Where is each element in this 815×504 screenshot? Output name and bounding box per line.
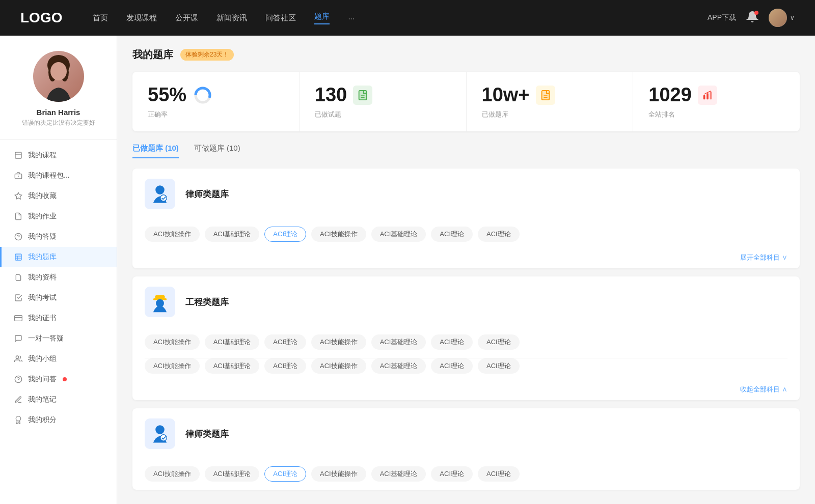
sidebar-item-qa[interactable]: 我的答疑 bbox=[0, 227, 117, 247]
sidebar-item-materials[interactable]: 我的资料 bbox=[0, 267, 117, 288]
lawyer-icon-1 bbox=[145, 179, 175, 209]
svg-rect-28 bbox=[541, 90, 549, 99]
tag-item[interactable]: ACI理论 bbox=[478, 466, 520, 482]
qa-notification-dot bbox=[63, 377, 67, 381]
nav-link-open[interactable]: 公开课 bbox=[175, 13, 198, 23]
tags-row-engineer-2: ACI技能操作 ACI基础理论 ACI理论 ACI技能操作 ACI基础理论 AC… bbox=[132, 358, 800, 382]
note-icon bbox=[14, 395, 23, 404]
sidebar-item-notes[interactable]: 我的笔记 bbox=[0, 389, 117, 410]
tag-item[interactable]: ACI技能操作 bbox=[145, 358, 200, 374]
sidebar-item-group[interactable]: 我的小组 bbox=[0, 349, 117, 369]
tag-item[interactable]: ACI理论 bbox=[478, 334, 520, 350]
tag-item[interactable]: ACI技能操作 bbox=[311, 466, 366, 482]
tags-row-lawyer-1: ACI技能操作 ACI基础理论 ACI理论 ACI技能操作 ACI基础理论 AC… bbox=[132, 227, 800, 250]
tag-item[interactable]: ACI基础理论 bbox=[371, 334, 426, 350]
tag-item[interactable]: ACI理论 bbox=[264, 334, 306, 350]
main-layout: Brian Harris 错误的决定比没有决定要好 我的课程 我的课程包... bbox=[0, 36, 815, 504]
sidebar-item-cert[interactable]: 我的证书 bbox=[0, 308, 117, 328]
user-avatar-wrap[interactable]: ∨ bbox=[769, 9, 795, 27]
svg-point-18 bbox=[16, 356, 18, 358]
avatar bbox=[33, 51, 84, 102]
tag-item[interactable]: ACI理论 bbox=[478, 227, 520, 242]
nav-link-home[interactable]: 首页 bbox=[93, 13, 108, 23]
profile-name: Brian Harris bbox=[37, 108, 80, 117]
notification-bell[interactable] bbox=[746, 11, 758, 25]
stats-row: 55% 正确率 130 bbox=[132, 72, 800, 131]
tab-done[interactable]: 已做题库 (10) bbox=[132, 144, 179, 158]
tag-item[interactable]: ACI技能操作 bbox=[311, 227, 366, 242]
tag-item[interactable]: ACI基础理论 bbox=[371, 466, 426, 482]
svg-marker-9 bbox=[15, 192, 21, 199]
cert-icon bbox=[14, 314, 23, 323]
tag-item[interactable]: ACI理论 bbox=[478, 358, 520, 374]
bank-section-lawyer-1: 律师类题库 ACI技能操作 ACI基础理论 ACI理论 ACI技能操作 ACI基… bbox=[132, 169, 800, 268]
tag-item[interactable]: ACI理论 bbox=[431, 334, 473, 350]
tag-item-active[interactable]: ACI理论 bbox=[264, 227, 306, 242]
nav-link-bank[interactable]: 题库 bbox=[314, 12, 330, 24]
tag-item[interactable]: ACI基础理论 bbox=[205, 358, 260, 374]
tag-item[interactable]: ACI理论 bbox=[431, 466, 473, 482]
svg-rect-33 bbox=[707, 93, 709, 99]
profile-motto: 错误的决定比没有决定要好 bbox=[22, 119, 95, 127]
page-title: 我的题库 bbox=[132, 48, 173, 62]
sidebar-item-points[interactable]: 我的积分 bbox=[0, 410, 117, 430]
sidebar-label-cert: 我的证书 bbox=[28, 314, 57, 323]
stat-done-banks: 10w+ 已做题库 bbox=[467, 72, 634, 131]
sidebar-item-favorites[interactable]: 我的收藏 bbox=[0, 186, 117, 206]
svg-point-36 bbox=[160, 195, 167, 201]
sidebar-item-bank[interactable]: 我的题库 bbox=[0, 247, 117, 267]
homework-icon bbox=[14, 212, 23, 221]
doc-icon bbox=[14, 273, 23, 282]
sidebar-label-myqa: 我的问答 bbox=[28, 375, 57, 384]
bar-red-icon bbox=[698, 86, 717, 105]
nav-link-discover[interactable]: 发现课程 bbox=[126, 13, 157, 23]
notification-dot bbox=[754, 11, 758, 15]
collapse-link-engineer[interactable]: 收起全部科目 ∧ bbox=[132, 382, 800, 400]
sidebar-item-1on1[interactable]: 一对一答疑 bbox=[0, 328, 117, 349]
tag-item[interactable]: ACI基础理论 bbox=[205, 334, 260, 350]
sidebar-label-1on1: 一对一答疑 bbox=[28, 334, 64, 343]
tag-item[interactable]: ACI理论 bbox=[431, 358, 473, 374]
nav-link-qa[interactable]: 问答社区 bbox=[265, 13, 296, 23]
question-icon bbox=[14, 232, 23, 241]
tag-item[interactable]: ACI理论 bbox=[264, 358, 306, 374]
tag-item[interactable]: ACI基础理论 bbox=[205, 227, 260, 242]
nav-right: APP下载 ∨ bbox=[708, 9, 795, 27]
sidebar-label-homework: 我的作业 bbox=[28, 212, 57, 221]
tag-item[interactable]: ACI基础理论 bbox=[205, 466, 260, 482]
bank-section-lawyer-2: 律师类题库 ACI技能操作 ACI基础理论 ACI理论 ACI技能操作 ACI基… bbox=[132, 408, 800, 490]
sidebar-label-favorites: 我的收藏 bbox=[28, 191, 57, 201]
sidebar-label-exam: 我的考试 bbox=[28, 293, 57, 302]
sidebar: Brian Harris 错误的决定比没有决定要好 我的课程 我的课程包... bbox=[0, 36, 117, 504]
nav-link-news[interactable]: 新闻资讯 bbox=[216, 13, 247, 23]
tag-item[interactable]: ACI技能操作 bbox=[145, 334, 200, 350]
app-download-link[interactable]: APP下载 bbox=[708, 13, 736, 22]
sidebar-label-bank: 我的题库 bbox=[28, 253, 57, 262]
star-icon bbox=[14, 191, 23, 201]
trial-badge: 体验剩余23天！ bbox=[180, 49, 234, 61]
sidebar-item-exam[interactable]: 我的考试 bbox=[0, 288, 117, 308]
expand-link-lawyer-1[interactable]: 展开全部科目 ∨ bbox=[132, 250, 800, 268]
sidebar-item-course[interactable]: 我的课程 bbox=[0, 145, 117, 165]
tag-item[interactable]: ACI基础理论 bbox=[371, 227, 426, 242]
tab-available[interactable]: 可做题库 (10) bbox=[194, 144, 240, 158]
tag-item-active[interactable]: ACI理论 bbox=[264, 466, 306, 482]
tag-item[interactable]: ACI技能操作 bbox=[145, 466, 200, 482]
exam-icon bbox=[14, 293, 23, 302]
tag-item[interactable]: ACI理论 bbox=[431, 227, 473, 242]
qa-icon bbox=[14, 375, 23, 384]
tag-item[interactable]: ACI技能操作 bbox=[145, 227, 200, 242]
tag-item[interactable]: ACI基础理论 bbox=[371, 358, 426, 374]
tag-item[interactable]: ACI技能操作 bbox=[311, 358, 366, 374]
nav-link-more[interactable]: ··· bbox=[348, 14, 355, 22]
sidebar-item-myqa[interactable]: 我的问答 bbox=[0, 369, 117, 389]
stat-done-banks-label: 已做题库 bbox=[482, 110, 508, 119]
sidebar-item-package[interactable]: 我的课程包... bbox=[0, 165, 117, 186]
lawyer-icon-2 bbox=[145, 418, 175, 449]
sidebar-item-homework[interactable]: 我的作业 bbox=[0, 206, 117, 227]
tag-item[interactable]: ACI技能操作 bbox=[311, 334, 366, 350]
stat-accuracy-label: 正确率 bbox=[148, 110, 168, 119]
bank-section-engineer: 工程类题库 ACI技能操作 ACI基础理论 ACI理论 ACI技能操作 ACI基… bbox=[132, 276, 800, 400]
svg-point-41 bbox=[160, 435, 167, 441]
stat-done-banks-value: 10w+ bbox=[482, 84, 530, 106]
